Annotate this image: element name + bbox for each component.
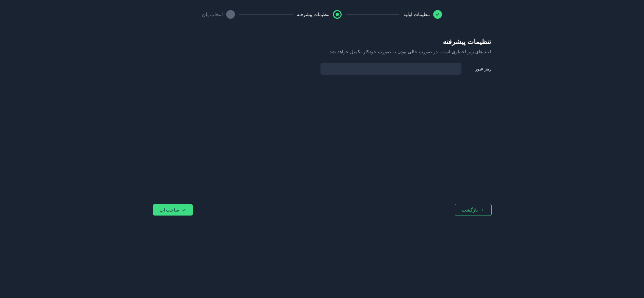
chevron-right-icon xyxy=(481,208,485,212)
step-advanced-settings: تنظیمات پیشرفته xyxy=(297,10,342,19)
page-title: تنظیمات پیشرفته xyxy=(153,38,492,46)
create-app-button-label: ساخت اپ xyxy=(159,207,180,213)
step-select-plan: انتخاب پلن xyxy=(202,10,235,19)
check-circle-icon xyxy=(433,10,442,19)
password-input[interactable] xyxy=(320,63,461,75)
back-button[interactable]: بازگشت xyxy=(455,204,492,216)
create-app-button[interactable]: ساخت اپ xyxy=(153,204,193,216)
step-connector xyxy=(239,14,293,15)
step-initial-settings: تنظیمات اولیه xyxy=(403,10,442,19)
password-row: رمز عبور xyxy=(153,63,492,75)
password-label: رمز عبور xyxy=(468,66,492,71)
step-connector xyxy=(346,14,399,15)
check-icon xyxy=(182,208,186,212)
form-content: تنظیمات پیشرفته فیلد های زیر اختیاری است… xyxy=(153,29,492,197)
back-button-label: بازگشت xyxy=(462,207,478,213)
step-label: تنظیمات پیشرفته xyxy=(297,12,330,17)
pending-step-icon xyxy=(226,10,235,19)
current-step-icon xyxy=(333,10,342,19)
page-subtitle: فیلد های زیر اختیاری است. در صورت خالی ب… xyxy=(153,49,492,54)
wizard-stepper: تنظیمات اولیه تنظیمات پیشرفته انتخاب پلن xyxy=(153,10,492,19)
wizard-footer: بازگشت ساخت اپ xyxy=(153,197,492,216)
step-label: انتخاب پلن xyxy=(202,12,223,17)
step-label: تنظیمات اولیه xyxy=(403,12,430,17)
